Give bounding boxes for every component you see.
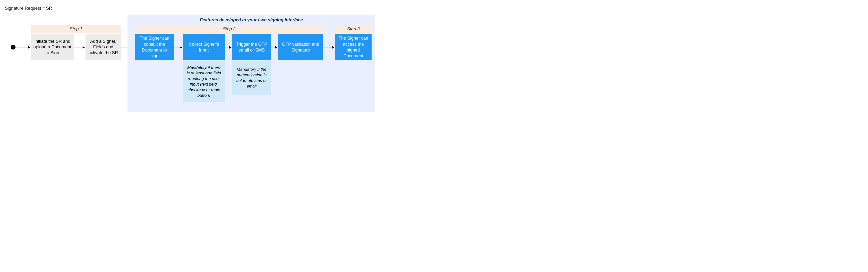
arrow-start-step1a: [16, 47, 30, 48]
box-step1a: Initiate the SR and upload a Document to…: [31, 34, 73, 60]
diagram-canvas: Signature Request = SR Step 1 Initiate t…: [0, 0, 381, 119]
arrow-step1a-step1b: [73, 47, 85, 48]
step-header-2: Step 2: [135, 25, 323, 33]
note-step2b: Mandatory if there is at least one field…: [183, 61, 225, 102]
arrow-step2-step3: [323, 47, 334, 48]
arrow-step2b-step2c: [225, 47, 231, 48]
box-step2b: Collect Signer's input: [183, 34, 225, 60]
box-step2c: Trigger the OTP email or SMS: [232, 34, 271, 60]
legend-text: Signature Request = SR: [5, 6, 52, 11]
box-step3a: The Signer can access the signed Documen…: [335, 34, 372, 60]
arrow-step2c-step2d: [271, 47, 277, 48]
feature-title: Features developed in your own signing i…: [127, 18, 375, 23]
step-header-3: Step 3: [335, 25, 372, 33]
box-step1b: Add a Signer, Fields and activate the SR: [86, 34, 121, 60]
box-step2a: The Signer can consult the Document to s…: [135, 34, 174, 60]
start-dot: [11, 45, 16, 50]
step-header-1: Step 1: [31, 25, 121, 33]
box-step2d: OTP validation and Signature: [278, 34, 323, 60]
arrow-step2a-step2b: [174, 47, 182, 48]
note-step2c: Mandatory if the authentication is set t…: [232, 61, 271, 95]
